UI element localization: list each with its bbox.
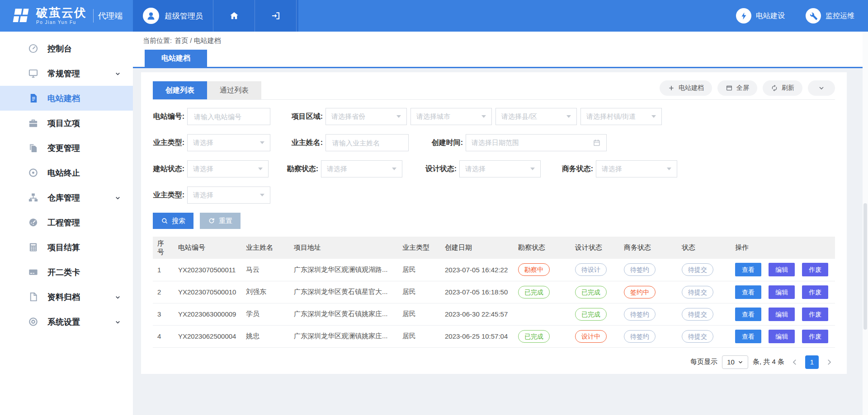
nav-monitor-ops[interactable]: 监控运维 — [806, 8, 854, 23]
col-created: 创建日期 — [440, 237, 514, 259]
sidebar-item-station-termination[interactable]: 电站终止 — [0, 160, 133, 185]
filter-label: 勘察状态: — [287, 164, 318, 174]
view-button[interactable]: 查看 — [735, 285, 761, 299]
sidebar-item-label: 项目结算 — [47, 242, 80, 253]
breadcrumb-path[interactable]: 首页 / 电站建档 — [175, 37, 221, 45]
caret-down-icon — [396, 115, 401, 118]
owner-type-select-2[interactable]: 请选择 — [187, 187, 270, 204]
user-menu[interactable]: 超级管理员 — [133, 0, 213, 32]
business-status-badge: 签约中 — [624, 286, 656, 298]
sidebar-item-data-archive[interactable]: 资料归档 — [0, 284, 133, 309]
scrollbar-thumb[interactable] — [863, 203, 867, 330]
status-badge: 待提交 — [682, 263, 713, 276]
design-status-badge: 已完成 — [575, 286, 607, 298]
edit-button[interactable]: 编辑 — [769, 330, 795, 343]
chevron-down-icon — [818, 84, 825, 92]
sidebar-item-type2-card[interactable]: 开二类卡 — [0, 260, 133, 284]
town-select[interactable]: 请选择村镇/街道 — [580, 108, 662, 125]
tab-passed-list[interactable]: 通过列表 — [207, 81, 261, 99]
chevron-down-icon — [114, 318, 121, 325]
card-toolbar: 电站建档 全屏 刷新 — [660, 80, 835, 96]
business-status-badge: 待签约 — [624, 330, 656, 343]
col-owner-type: 业主类型 — [398, 237, 440, 259]
tab-created-list[interactable]: 创建列表 — [153, 81, 207, 99]
sidebar-item-engineering-mgmt[interactable]: 工程管理 — [0, 210, 133, 235]
sidebar-item-label: 变更管理 — [47, 143, 80, 154]
nav-station-build[interactable]: 电站建设 — [736, 8, 785, 23]
province-select[interactable]: 请选择省份 — [326, 108, 407, 125]
design-status-select[interactable]: 请选择 — [459, 160, 541, 177]
brand-text: 破茧云伏 Po Jian Yun Fu — [36, 7, 87, 25]
home-button[interactable] — [213, 0, 255, 32]
prev-page-button[interactable] — [789, 355, 801, 369]
filter-row-1: 电站编号: 项目区域: 请选择省份 请选择城市 请选择县/区 请选择村镇/街道 — [153, 108, 835, 125]
sidebar-item-label: 电站终止 — [47, 168, 80, 178]
nav-label: 监控运维 — [826, 11, 854, 21]
edit-button[interactable]: 编辑 — [769, 263, 795, 276]
scrollbar-track[interactable] — [863, 32, 868, 415]
per-page-select[interactable]: 10 — [722, 355, 748, 369]
sidebar-item-project-settlement[interactable]: 项目结算 — [0, 235, 133, 260]
fullscreen-button[interactable]: 全屏 — [717, 80, 757, 96]
portal-label: 代理端 — [98, 10, 123, 21]
briefcase-icon — [28, 118, 38, 128]
sidebar-item-station-archive[interactable]: 电站建档 — [0, 86, 133, 111]
col-status: 状态 — [677, 237, 731, 259]
sitemap-icon — [28, 192, 38, 203]
next-page-button[interactable] — [823, 355, 835, 369]
table-row: 4 YX2023062500004 姚忠 广东深圳龙华区观澜镇姚家庄... 居民… — [153, 325, 835, 347]
sidebar-item-system-settings[interactable]: 系统设置 — [0, 309, 133, 334]
sidebar-item-console[interactable]: 控制台 — [0, 36, 133, 61]
add-station-button[interactable]: 电站建档 — [660, 80, 712, 96]
sidebar-item-label: 资料归档 — [47, 292, 80, 303]
void-button[interactable]: 作废 — [802, 263, 828, 276]
sidebar-item-label: 工程管理 — [47, 217, 80, 228]
void-button[interactable]: 作废 — [802, 330, 828, 343]
table-header: 序号 电站编号 业主姓名 项目地址 业主类型 创建日期 勘察状态 设计状态 商务… — [153, 237, 835, 259]
logout-button[interactable] — [255, 0, 297, 32]
filter-label: 建站状态: — [153, 164, 184, 174]
filter-row-2: 业主类型: 请选择 业主姓名: 创建时间: 请选择日期范围 — [153, 134, 835, 151]
city-select[interactable]: 请选择城市 — [410, 108, 492, 125]
owner-type-select[interactable]: 请选择 — [187, 134, 270, 151]
search-button[interactable]: 搜索 — [153, 213, 193, 229]
sidebar-item-label: 电站建档 — [47, 93, 80, 104]
county-select[interactable]: 请选择县/区 — [495, 108, 577, 125]
col-address: 项目地址 — [289, 237, 398, 259]
home-icon — [229, 11, 239, 21]
view-button[interactable]: 查看 — [735, 263, 761, 276]
edit-button[interactable]: 编辑 — [769, 308, 795, 321]
sidebar-item-general-mgmt[interactable]: 常规管理 — [0, 61, 133, 86]
sidebar-item-warehouse-mgmt[interactable]: 仓库管理 — [0, 185, 133, 210]
top-nav: 电站建设 监控运维 — [298, 0, 868, 32]
page-1-button[interactable]: 1 — [805, 355, 819, 369]
logout-icon — [271, 11, 281, 21]
reset-button[interactable]: 重置 — [200, 213, 241, 229]
date-range-input[interactable]: 请选择日期范围 — [466, 134, 607, 151]
station-id-input[interactable] — [193, 112, 264, 121]
view-button[interactable]: 查看 — [735, 308, 761, 321]
business-status-badge: 待签约 — [624, 263, 656, 276]
sidebar-item-project-approval[interactable]: 项目立项 — [0, 111, 133, 135]
card-header: 创建列表 通过列表 电站建档 全屏 刷新 — [153, 80, 835, 100]
per-page-suffix: 条, 共 4 条 — [753, 358, 784, 366]
table-row: 3 YX2023063000009 学员 广东深圳龙华区黄石镇姚家庄... 居民… — [153, 303, 835, 325]
chevron-down-icon — [114, 70, 121, 77]
collapse-toolbar-button[interactable] — [808, 80, 835, 96]
table-row: 1 YX2023070500011 马云 广东深圳龙华区观澜镇观湖路... 居民… — [153, 259, 835, 281]
void-button[interactable]: 作废 — [802, 285, 828, 299]
owner-name-input[interactable] — [331, 139, 403, 147]
business-status-select[interactable]: 请选择 — [596, 160, 677, 177]
void-button[interactable]: 作废 — [802, 308, 828, 321]
page-tab-station-archive[interactable]: 电站建档 — [145, 50, 207, 67]
survey-status-select[interactable]: 请选择 — [321, 160, 402, 177]
build-status-select[interactable]: 请选择 — [187, 160, 269, 177]
filter-row-4: 业主类型: 请选择 — [153, 187, 835, 204]
sidebar-item-change-mgmt[interactable]: 变更管理 — [0, 135, 133, 160]
pagination: 每页显示 10 条, 共 4 条 1 — [153, 355, 835, 369]
plus-icon — [668, 84, 675, 92]
col-survey: 勘察状态 — [514, 237, 571, 259]
view-button[interactable]: 查看 — [735, 330, 761, 343]
refresh-button[interactable]: 刷新 — [763, 80, 802, 96]
edit-button[interactable]: 编辑 — [769, 285, 795, 299]
